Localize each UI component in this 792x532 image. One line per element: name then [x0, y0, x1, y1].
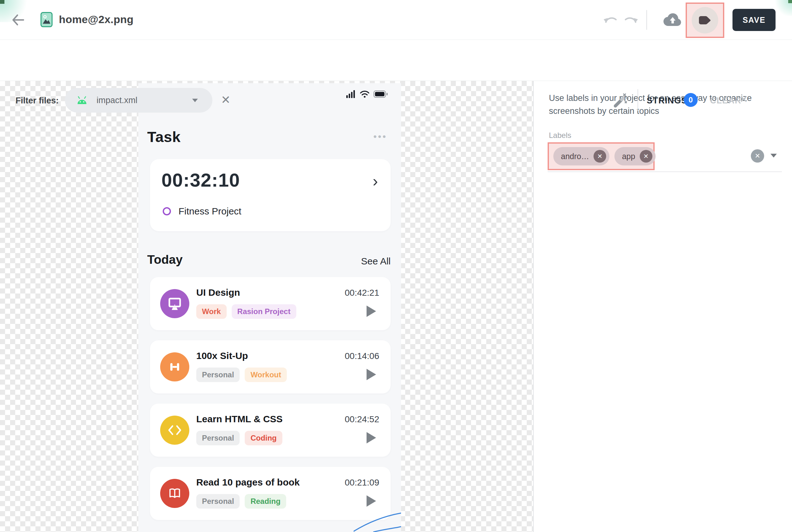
labels-field-caption: Labels — [549, 131, 571, 140]
tag-row: Personal Reading — [196, 494, 286, 509]
timer-project-row: Fitness Project — [163, 206, 241, 217]
project-ring-icon — [163, 207, 171, 215]
play-button[interactable] — [367, 369, 376, 380]
tag-row: Work Rasion Project — [196, 304, 296, 319]
wifi-icon — [360, 90, 370, 98]
android-icon — [76, 96, 88, 105]
task-time: 00:14:06 — [345, 351, 379, 361]
auto-detect-button[interactable] — [613, 92, 629, 108]
timer-value: 00:32:10 — [162, 169, 240, 191]
cloud-upload-icon — [663, 13, 682, 27]
clear-strings-button[interactable]: CLEAR — [710, 96, 741, 106]
task-card[interactable]: Read 10 pages of book 00:21:09 Personal … — [150, 467, 391, 520]
tag-row: Personal Coding — [196, 431, 282, 445]
book-icon — [160, 479, 189, 508]
strings-count-badge: 0 — [684, 93, 698, 107]
task-time: 00:21:09 — [345, 478, 379, 488]
magic-wand-icon — [613, 92, 629, 108]
labels-side-panel: Use labels in your project for an easy w… — [533, 81, 792, 532]
tag-row: Personal Workout — [196, 367, 287, 382]
tag: Workout — [245, 367, 287, 382]
header-bar: home@2x.png — [0, 0, 792, 40]
strings-tab[interactable]: STRINGS — [647, 96, 687, 106]
label-chip: app ✕ — [614, 147, 656, 166]
task-time: 00:24:52 — [345, 414, 379, 424]
corner-marker-left — [0, 0, 4, 4]
chevron-right-icon[interactable]: › — [372, 172, 378, 190]
label-tag-icon — [699, 15, 711, 25]
back-button[interactable] — [12, 14, 25, 26]
task-card[interactable]: Learn HTML & CSS 00:24:52 Personal Codin… — [150, 404, 391, 457]
play-button[interactable] — [367, 306, 376, 317]
task-name: Read 10 pages of book — [196, 477, 300, 488]
labels-tool-highlight-box — [686, 2, 724, 38]
task-name: Learn HTML & CSS — [196, 414, 283, 424]
labels-input-underline — [548, 171, 782, 172]
labels-dropdown-caret-icon[interactable] — [771, 154, 777, 157]
dropdown-caret-icon — [192, 99, 198, 102]
clear-strings-x-icon[interactable]: ✕ — [739, 94, 748, 104]
tag: Work — [196, 304, 227, 319]
corner-marker-right — [788, 0, 792, 3]
screenshot-preview[interactable]: 12:42 — [138, 83, 401, 532]
signal-bars-icon — [346, 90, 356, 98]
redo-button[interactable] — [624, 15, 638, 25]
tag: Rasion Project — [232, 304, 296, 319]
label-chip-text: andro… — [561, 152, 589, 161]
task-name: UI Design — [196, 287, 240, 298]
header-divider — [646, 10, 647, 30]
task-time: 00:42:21 — [345, 288, 379, 298]
label-chip-text: app — [622, 152, 635, 161]
remove-chip-icon[interactable]: ✕ — [593, 150, 606, 163]
image-file-icon — [40, 12, 53, 27]
filter-files-label: Filter files: — [16, 96, 59, 106]
clear-filter-button[interactable]: ✕ — [221, 94, 231, 106]
screenshot-editor-app: home@2x.png — [0, 0, 792, 532]
task-card[interactable]: 100x Sit-Up 00:14:06 Personal Workout — [150, 340, 391, 394]
project-name: Fitness Project — [179, 206, 241, 217]
save-button[interactable]: SAVE — [733, 9, 776, 31]
task-card[interactable]: UI Design 00:42:21 Work Rasion Project — [150, 277, 391, 330]
phone-screen-title: Task — [147, 128, 181, 146]
selected-filter-file: impact.xml — [96, 96, 137, 105]
label-chip: andro… ✕ — [553, 147, 609, 166]
filter-toolbar: Filter files: impact.xml ✕ STRINGS 0 — [0, 40, 792, 81]
undo-button[interactable] — [603, 15, 618, 25]
upload-button[interactable] — [663, 13, 682, 27]
today-title: Today — [147, 253, 183, 267]
dumbbell-icon — [160, 352, 189, 381]
clear-all-labels-button[interactable]: ✕ — [751, 149, 764, 163]
play-button[interactable] — [367, 495, 376, 507]
tag: Reading — [245, 494, 286, 509]
transparent-canvas: 12:42 — [0, 81, 792, 532]
page-title: home@2x.png — [59, 13, 133, 26]
active-timer-card[interactable]: 00:32:10 › Fitness Project — [150, 159, 391, 231]
tag: Personal — [196, 367, 240, 382]
monitor-icon — [160, 289, 189, 318]
tag: Coding — [245, 431, 282, 445]
code-icon — [160, 416, 189, 445]
see-all-link[interactable]: See All — [361, 256, 391, 267]
remove-chip-icon[interactable]: ✕ — [640, 150, 652, 163]
redo-icon — [624, 15, 638, 25]
labels-tool-button[interactable] — [692, 7, 718, 34]
task-name: 100x Sit-Up — [196, 350, 248, 361]
today-section-header: Today See All — [147, 253, 391, 267]
labels-input-highlight-box[interactable]: andro… ✕ app ✕ — [548, 142, 655, 170]
tag: Personal — [196, 431, 240, 445]
tag: Personal — [196, 494, 240, 509]
back-arrow-icon — [12, 14, 25, 26]
chart-curve-decoration — [354, 512, 401, 532]
overflow-menu-icon[interactable]: ••• — [373, 131, 387, 142]
toolbar-divider — [638, 89, 638, 111]
play-button[interactable] — [367, 432, 376, 443]
battery-icon — [373, 91, 388, 98]
file-filter-dropdown[interactable]: impact.xml — [65, 88, 213, 113]
undo-icon — [603, 15, 618, 25]
